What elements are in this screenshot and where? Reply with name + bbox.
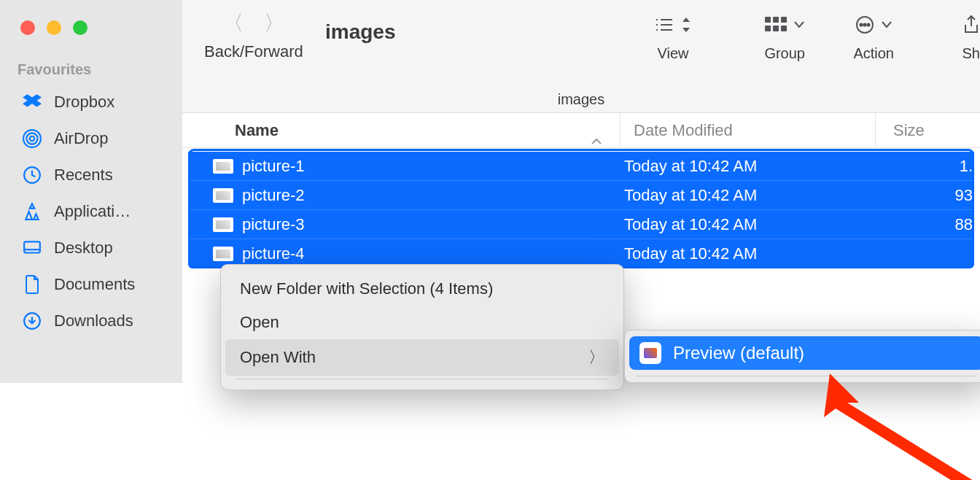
file-date: Today at 10:42 AM [624,244,879,263]
file-size: 88 [879,215,974,234]
chevron-down-icon [794,21,804,28]
file-row[interactable]: picture-3 Today at 10:42 AM 88 [188,210,974,239]
svg-rect-9 [765,26,771,31]
file-row[interactable]: picture-1 Today at 10:42 AM 1. [188,152,974,181]
image-thumb-icon [213,188,233,203]
toolbar-view[interactable]: View [655,10,691,62]
toolbar-group-label: Group [764,45,805,62]
ctx-item-label: Open With [240,348,316,367]
file-date: Today at 10:42 AM [624,186,879,205]
minimize-window-button[interactable] [47,20,61,35]
file-name: picture-2 [242,186,624,205]
sidebar-item-label: Dropbox [54,93,114,112]
nav-label: Back/Forward [204,42,303,61]
column-size[interactable]: Size [875,113,980,147]
sidebar-item-dropbox[interactable]: Dropbox [0,84,182,120]
sort-ascending-icon[interactable] [591,131,602,150]
chevron-updown-icon [681,18,691,32]
ctx-open-with[interactable]: Open With 〉 [225,339,619,376]
chevron-right-icon: 〉 [264,9,284,38]
svg-rect-4 [24,241,40,252]
toolbar: 〈 〉 Back/Forward images View Group [182,0,980,113]
ctx-item-label: New Folder with Selection (4 Items) [240,279,493,298]
toolbar-action-label: Action [853,45,894,62]
menu-separator [236,379,609,379]
file-name: picture-3 [242,215,624,234]
submenu-preview-default[interactable]: Preview (default) [629,336,980,370]
menu-separator [637,376,976,376]
file-row[interactable]: picture-2 Today at 10:42 AM 93 [188,181,974,210]
svg-point-13 [860,23,863,26]
toolbar-action[interactable]: Action [853,10,894,62]
sidebar-section-favourites: Favourites [0,35,182,84]
ctx-item-label: Open [240,313,279,332]
svg-rect-6 [765,17,771,23]
context-menu: New Folder with Selection (4 Items) Open… [220,264,624,390]
file-size: 93 [879,186,974,205]
airdrop-icon [22,128,42,149]
svg-rect-8 [781,17,787,23]
svg-point-14 [864,23,866,26]
column-size-label: Size [893,121,925,140]
svg-rect-7 [773,17,779,23]
open-with-submenu: Preview (default) [624,330,980,383]
document-icon [22,274,42,295]
toolbar-view-label: View [655,45,691,62]
chevron-down-icon [882,21,892,28]
toolbar-share[interactable]: Sh [962,10,980,62]
sidebar-item-recents[interactable]: Recents [0,157,182,193]
image-thumb-icon [213,217,233,232]
nav-back-forward[interactable]: 〈 〉 Back/Forward [204,9,303,61]
image-thumb-icon [213,247,233,261]
ellipsis-circle-icon [855,15,874,34]
sidebar-item-applications[interactable]: Applicati… [0,193,182,230]
chevron-right-icon: 〉 [588,347,604,368]
svg-marker-16 [824,373,977,480]
annotation-arrow [795,373,980,480]
sidebar-item-label: Applicati… [54,202,131,221]
dropbox-icon [22,92,42,112]
column-name-label: Name [235,121,279,139]
file-name: picture-1 [242,157,624,176]
file-size: 1. [879,157,974,176]
chevron-left-icon: 〈 [223,9,244,38]
submenu-item-label: Preview (default) [673,343,804,363]
column-date[interactable]: Date Modified [620,113,875,147]
column-headers: Name Date Modified Size [182,113,980,148]
preview-app-icon [639,342,661,364]
svg-rect-10 [773,26,779,31]
toolbar-share-label: Sh [962,45,980,62]
fullscreen-window-button[interactable] [73,20,88,35]
sidebar: Favourites Dropbox AirDrop Recents Appli… [0,0,182,383]
sidebar-item-documents[interactable]: Documents [0,266,182,303]
column-name[interactable]: Name [182,121,620,140]
svg-point-0 [30,136,35,142]
toolbar-group[interactable]: Group [764,10,805,62]
desktop-icon [22,238,42,258]
apps-icon [22,201,42,222]
window-controls [0,20,182,35]
download-icon [22,311,42,331]
close-window-button[interactable] [20,20,35,35]
sidebar-item-label: Downloads [54,311,133,330]
path-bar[interactable]: images [182,91,980,108]
svg-point-1 [26,133,37,144]
sidebar-item-airdrop[interactable]: AirDrop [0,120,182,157]
grid-group-icon [765,17,787,33]
file-date: Today at 10:42 AM [624,215,879,234]
sidebar-item-label: Desktop [54,239,113,258]
sidebar-item-label: Documents [54,275,135,294]
ctx-open[interactable]: Open [225,306,619,339]
file-date: Today at 10:42 AM [624,157,879,176]
file-name: picture-4 [242,244,624,263]
svg-rect-11 [781,26,787,31]
column-date-label: Date Modified [634,121,733,140]
ctx-new-folder-selection[interactable]: New Folder with Selection (4 Items) [225,272,619,306]
sidebar-item-desktop[interactable]: Desktop [0,230,182,266]
sidebar-item-downloads[interactable]: Downloads [0,303,182,339]
clock-icon [22,165,42,185]
list-view-icon [655,18,674,32]
share-icon [962,15,980,35]
svg-point-15 [868,23,870,26]
sidebar-item-label: Recents [54,166,113,185]
